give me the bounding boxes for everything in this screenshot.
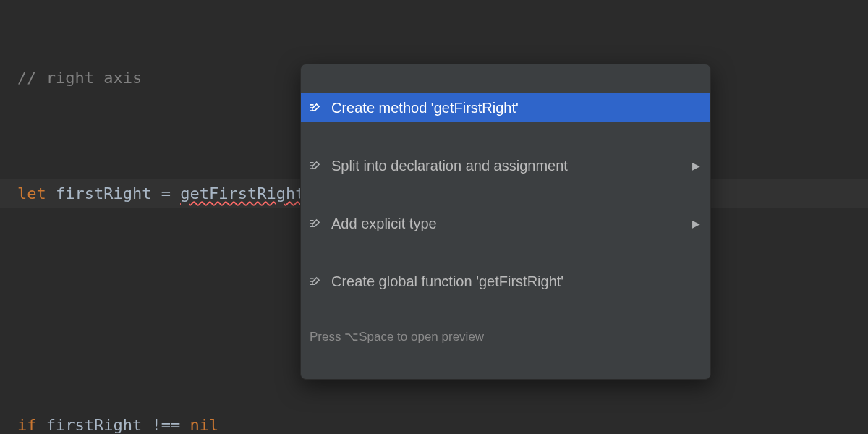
intention-item-split-declaration[interactable]: Split into declaration and assignment ▶ — [301, 151, 710, 180]
keyword-nil: nil — [190, 416, 218, 434]
chevron-right-icon: ▶ — [692, 161, 700, 171]
intention-item-label: Split into declaration and assignment — [331, 158, 692, 173]
comment: // right axis — [17, 69, 142, 87]
code-editor[interactable]: // right axis let firstRight = getFirstR… — [0, 0, 868, 434]
chevron-right-icon: ▶ — [692, 218, 700, 229]
intention-item-label: Add explicit type — [331, 216, 692, 231]
intention-item-create-global-function[interactable]: Create global function 'getFirstRight' — [301, 267, 710, 296]
unresolved-call[interactable]: getFirstRight — [180, 184, 305, 203]
intention-bulb-icon — [308, 274, 327, 289]
identifier: firstRight — [56, 184, 151, 203]
intention-actions-popup: Create method 'getFirstRight' Split into… — [300, 64, 711, 380]
intention-bulb-icon — [308, 216, 327, 231]
intention-item-label: Create method 'getFirstRight' — [331, 101, 700, 115]
popup-hint: Press ⌥Space to open preview — [301, 325, 710, 350]
keyword-if: if — [17, 416, 37, 434]
intention-item-create-method[interactable]: Create method 'getFirstRight' — [301, 93, 710, 122]
keyword-let: let — [17, 184, 46, 203]
intention-bulb-icon — [308, 158, 327, 173]
code-line[interactable]: if firstRight !== nil — [17, 411, 868, 434]
intention-bulb-icon — [308, 101, 327, 115]
intention-item-label: Create global function 'getFirstRight' — [331, 274, 700, 289]
intention-item-add-explicit-type[interactable]: Add explicit type ▶ — [301, 209, 710, 238]
